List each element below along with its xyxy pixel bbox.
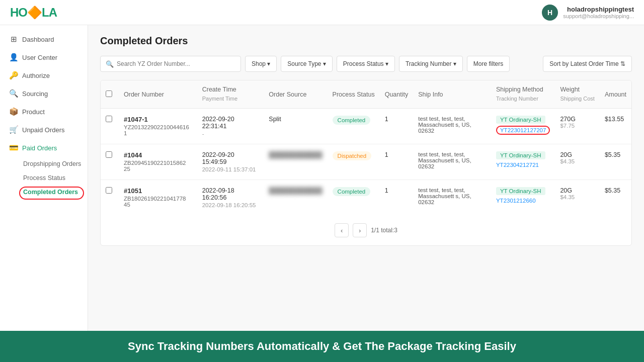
prev-page-button[interactable]: ‹: [335, 223, 349, 237]
sidebar-item-authorize[interactable]: 🔑 Authorize: [0, 66, 88, 84]
shipping-cost: $4.35: [560, 194, 595, 200]
sidebar-item-dashboard[interactable]: ⊞ Dashboard: [0, 30, 88, 48]
create-time-cell: 2022-09-20 15:49:59 2022-09-11 15:37:01: [197, 144, 264, 180]
tracking-number-circled[interactable]: YT223012127207: [496, 126, 550, 135]
page-title: Completed Orders: [100, 35, 632, 47]
next-page-button[interactable]: ›: [353, 223, 367, 237]
main-content: Completed Orders 🔍 Shop ▾ Source Type ▾ …: [88, 25, 644, 331]
th-create-time: Create TimePayment Time: [197, 80, 264, 109]
create-time: 2022-09-20 15:49:59: [202, 151, 259, 165]
create-time-cell: 2022-09-20 22:31:41 -: [197, 109, 264, 144]
order-source-blurred: ████████████: [269, 151, 322, 158]
create-time: 2022-09-18 16:20:56: [202, 187, 259, 201]
process-status-cell: Completed: [328, 180, 380, 216]
sidebar-label-user-center: User Center: [22, 54, 57, 61]
row-checkbox[interactable]: [106, 187, 112, 194]
amount-cell: $13.55: [600, 109, 631, 144]
sidebar-item-product[interactable]: 📦 Product: [0, 103, 88, 121]
order-num: #1044: [124, 151, 192, 159]
page-info: 1/1 total:3: [371, 227, 397, 234]
sidebar-item-paid-orders[interactable]: 💳 Paid Orders: [0, 139, 88, 157]
shipping-cost: $7.75: [560, 123, 595, 129]
order-source-cell: Split: [264, 109, 327, 144]
user-email: support@holadropshipping...: [563, 13, 634, 19]
tracking-number[interactable]: YT2301212660: [496, 198, 536, 204]
shipping-cost: $4.35: [560, 158, 595, 164]
sidebar-label-unpaid-orders: Unpaid Orders: [22, 126, 65, 134]
row-checkbox-cell: [101, 109, 119, 144]
search-input[interactable]: [117, 60, 235, 67]
sidebar-item-dropshipping-orders[interactable]: Dropshipping Orders: [18, 157, 88, 171]
th-order-source: Order Source: [264, 80, 327, 109]
payment-time: -: [202, 131, 259, 137]
search-box[interactable]: 🔍: [100, 56, 241, 72]
order-id: ZB20945190221015862​25: [124, 160, 192, 172]
row-checkbox[interactable]: [106, 151, 112, 158]
amount-cell: $5.35: [600, 180, 631, 216]
tracking-number[interactable]: YT22304212721: [496, 162, 539, 168]
select-all-checkbox[interactable]: [106, 90, 112, 97]
table-body: #1047-1 YZ201322902210044616​1 2022-09-2…: [101, 109, 631, 216]
unpaid-orders-icon: 🛒: [9, 125, 18, 134]
source-type-filter-button[interactable]: Source Type ▾: [281, 56, 333, 72]
shipping-method: YT Ordinary-SH: [496, 116, 545, 124]
sidebar-item-unpaid-orders[interactable]: 🛒 Unpaid Orders: [0, 121, 88, 139]
more-filters-button[interactable]: More filters: [467, 56, 510, 72]
tracking-number-cell: YT22304212721: [496, 161, 550, 168]
tracking-number-cell: YT223012127207: [496, 126, 550, 135]
th-checkbox: [101, 80, 119, 109]
sidebar-item-user-center[interactable]: 👤 User Center: [0, 48, 88, 66]
shipping-method-cell: YT Ordinary-SH YT223012127207: [491, 109, 555, 144]
status-badge: Dispatched: [333, 151, 372, 160]
sidebar-item-process-status[interactable]: Process Status: [18, 171, 88, 185]
th-shipping-method: Shipping MethodTracking Number: [491, 80, 555, 109]
sort-button[interactable]: Sort by Latest Order Time ⇅: [543, 56, 632, 72]
avatar: H: [542, 5, 558, 21]
row-checkbox[interactable]: [106, 116, 112, 122]
th-weight: WeightShipping Cost: [555, 80, 600, 109]
pagination: ‹ › 1/1 total:3: [101, 215, 631, 245]
shop-filter-button[interactable]: Shop ▾: [245, 56, 277, 72]
sidebar-item-sourcing[interactable]: 🔍 Sourcing: [0, 84, 88, 103]
sidebar: ⊞ Dashboard 👤 User Center 🔑 Authorize 🔍 …: [0, 25, 88, 331]
table-header-row: Order Number Create TimePayment Time Ord…: [101, 80, 631, 109]
tracking-number-filter-button[interactable]: Tracking Number ▾: [399, 56, 463, 72]
process-status-cell: Dispatched: [328, 144, 380, 180]
weight-cell: 270G $7.75: [555, 109, 600, 144]
order-num: #1051: [124, 187, 192, 195]
user-details: holadropshippingtest support@holadropshi…: [563, 6, 634, 19]
sidebar-label-authorize: Authorize: [22, 72, 50, 79]
ship-info-cell: test test, test, test, Massachusett s, U…: [413, 144, 491, 180]
sidebar-label-dashboard: Dashboard: [22, 36, 54, 43]
payment-time: 2022-09-11 15:37:01: [202, 166, 259, 172]
create-time-cell: 2022-09-18 16:20:56 2022-09-18 16:20:55: [197, 180, 264, 216]
order-id: ZB18026190221041778​45: [124, 196, 192, 208]
user-center-icon: 👤: [9, 53, 18, 62]
bottom-banner: Sync Tracking Numbers Automatically & Ge…: [0, 331, 644, 362]
th-quantity: Quantity: [380, 80, 414, 109]
order-number-cell: #1044 ZB20945190221015862​25: [119, 144, 197, 180]
table-row: #1044 ZB20945190221015862​25 2022-09-20 …: [101, 144, 631, 180]
weight: 20G: [560, 187, 595, 194]
table-row: #1047-1 YZ201322902210044616​1 2022-09-2…: [101, 109, 631, 144]
th-amount: Amount: [600, 80, 631, 109]
order-source-blurred: ████████████: [269, 187, 322, 194]
order-source-cell: ████████████: [264, 144, 327, 180]
weight-cell: 20G $4.35: [555, 144, 600, 180]
sidebar-label-paid-orders: Paid Orders: [22, 144, 57, 152]
process-status-cell: Completed: [328, 109, 380, 144]
search-icon: 🔍: [106, 60, 114, 68]
paid-orders-icon: 💳: [9, 143, 18, 152]
th-ship-info: Ship Info: [413, 80, 491, 109]
order-id: YZ201322902210044616​1: [124, 124, 192, 136]
process-status-filter-button[interactable]: Process Status ▾: [337, 56, 395, 72]
filter-bar: 🔍 Shop ▾ Source Type ▾ Process Status ▾ …: [100, 56, 632, 72]
table-row: #1051 ZB18026190221041778​45 2022-09-18 …: [101, 180, 631, 216]
row-checkbox-cell: [101, 144, 119, 180]
banner-text: Sync Tracking Numbers Automatically & Ge…: [128, 340, 516, 352]
sidebar-item-completed-orders[interactable]: Completed Orders: [18, 185, 88, 199]
user-info: H holadropshippingtest support@holadrops…: [542, 5, 634, 21]
th-process-status: Process Status: [328, 80, 380, 109]
shipping-method-cell: YT Ordinary-SH YT2301212660: [491, 180, 555, 216]
shipping-method-cell: YT Ordinary-SH YT22304212721: [491, 144, 555, 180]
